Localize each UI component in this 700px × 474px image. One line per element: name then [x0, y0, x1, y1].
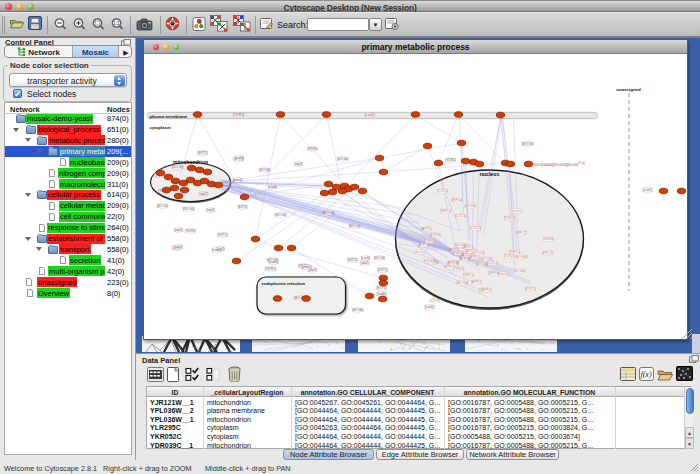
svg-text:[SNF1a]: [SNF1a] [440, 209, 451, 213]
svg-text:f(x): f(x) [640, 370, 651, 379]
svg-text:[ATP21]: [ATP21] [469, 255, 479, 259]
svg-text:[nadh]: [nadh] [377, 292, 386, 296]
svg-text:[cox5]: [cox5] [235, 156, 244, 160]
svg-text:[atp2]: [atp2] [361, 261, 369, 265]
svg-text:[nuc1a]: [nuc1a] [416, 250, 426, 254]
svg-text:[cox5]: [cox5] [361, 256, 370, 260]
svg-text:[GO:00]: [GO:00] [183, 207, 194, 211]
svg-text:[SXT1]: [SXT1] [218, 233, 228, 237]
svg-text:[atp2]: [atp2] [175, 228, 183, 232]
svg-text:[COX51]: [COX51] [437, 189, 448, 193]
svg-text:[YDR1]: [YDR1] [233, 113, 243, 117]
svg-text:endoplasmic reticulum: endoplasmic reticulum [262, 281, 306, 286]
svg-text:[COX51]: [COX51] [525, 287, 536, 291]
svg-text:[YDR05]: [YDR05] [430, 233, 441, 237]
svg-text:[GO:00]: [GO:00] [157, 204, 168, 208]
svg-text:[nadh]: [nadh] [212, 248, 221, 252]
svg-text:[COX51]: [COX51] [487, 261, 498, 265]
svg-text:[SXT1]: [SXT1] [348, 258, 358, 262]
svg-text:cytoplasm: cytoplasm [150, 125, 171, 130]
svg-text:[GO:00]: [GO:00] [352, 308, 363, 312]
svg-text:[SNF1a]: [SNF1a] [463, 273, 474, 277]
svg-text:[COX51]: [COX51] [470, 226, 481, 230]
svg-text:[YDR1]: [YDR1] [445, 158, 455, 162]
svg-text:[cox5]: [cox5] [365, 113, 374, 117]
svg-text:[ATP21]: [ATP21] [459, 257, 469, 261]
svg-text:[SNF1a]: [SNF1a] [451, 198, 462, 202]
svg-text:[ATP21]: [ATP21] [418, 243, 428, 247]
svg-text:[GO:00]: [GO:00] [374, 256, 385, 260]
svg-text:[nadh]: [nadh] [268, 185, 277, 189]
svg-text:[nuc1a]: [nuc1a] [499, 272, 509, 276]
svg-text:[ATP21]: [ATP21] [463, 245, 473, 249]
svg-text:[cox5]: [cox5] [643, 188, 652, 192]
svg-text:[YDR05]: [YDR05] [543, 237, 554, 241]
svg-text:[ATP21]: [ATP21] [481, 288, 491, 292]
svg-text:[RPL22]: [RPL22] [516, 231, 527, 235]
svg-text:[COX51]: [COX51] [455, 214, 466, 218]
svg-text:[ATP21]: [ATP21] [421, 227, 431, 231]
svg-text:1:1: 1:1 [113, 21, 120, 26]
svg-text:[GO:00]: [GO:00] [275, 213, 286, 217]
svg-text:[GO:00]: [GO:00] [337, 157, 348, 161]
svg-text:[nadh]: [nadh] [269, 260, 278, 264]
svg-text:[pma1]: [pma1] [302, 265, 312, 269]
svg-text:[atp2]: [atp2] [295, 162, 303, 166]
svg-text:[GO:004]: [GO:004] [476, 263, 488, 267]
svg-text:plasma membrane: plasma membrane [150, 114, 188, 119]
svg-text:[GO:004]: [GO:004] [457, 281, 469, 285]
svg-text:[atp2]: [atp2] [207, 208, 215, 212]
svg-text:[ATP21]: [ATP21] [444, 265, 454, 269]
svg-text:[GO:00]: [GO:00] [259, 168, 270, 172]
svg-text:nucleus: nucleus [480, 171, 500, 177]
svg-text:[COX51]: [COX51] [429, 299, 440, 303]
svg-text:[YDR05]: [YDR05] [504, 254, 515, 258]
svg-text:[SNF1a]: [SNF1a] [488, 271, 499, 275]
svg-text:[GO:004]: [GO:004] [424, 259, 436, 263]
svg-text:[SXT1]: [SXT1] [238, 205, 248, 209]
svg-text:[GO:00]: [GO:00] [323, 211, 334, 215]
svg-text:[GO:00]: [GO:00] [522, 142, 533, 146]
svg-text:[cox5]: [cox5] [425, 305, 434, 309]
svg-text:[SXT1]: [SXT1] [378, 268, 388, 272]
svg-text:[atp2]: [atp2] [175, 245, 183, 249]
svg-text:[GO:0044464][GO:0044][GO:00]: [GO:0044464][GO:0044][GO:00] [534, 163, 579, 167]
svg-text:[GO:00]: [GO:00] [172, 165, 183, 169]
svg-text:[ATP21]: [ATP21] [471, 280, 481, 284]
svg-text:[SXT1]: [SXT1] [377, 286, 387, 290]
svg-text:[RPL22]: [RPL22] [542, 251, 553, 255]
svg-text:[YDR1]: [YDR1] [307, 147, 317, 151]
svg-text:unassigned: unassigned [616, 87, 641, 92]
svg-text:[GO:004]: [GO:004] [514, 269, 526, 273]
svg-text:[GO:004]: [GO:004] [473, 251, 485, 255]
svg-text:[GO:004]: [GO:004] [516, 255, 528, 259]
svg-text:[atp2]: [atp2] [200, 192, 208, 196]
svg-text:[GO:004]: [GO:004] [465, 204, 477, 208]
svg-text:[SXT1]: [SXT1] [198, 151, 208, 155]
svg-text:[YDR05]: [YDR05] [504, 216, 515, 220]
svg-text:[GO:00]: [GO:00] [349, 224, 360, 228]
svg-text:[pma1]: [pma1] [233, 178, 243, 182]
svg-text:[nuc1a]: [nuc1a] [512, 209, 522, 213]
svg-text:[YDR1]: [YDR1] [265, 267, 275, 271]
svg-text:[Y-x]: [Y-x] [579, 161, 585, 165]
svg-text:[YDR1]: [YDR1] [185, 229, 195, 233]
svg-text:mitochondrion: mitochondrion [173, 159, 208, 165]
